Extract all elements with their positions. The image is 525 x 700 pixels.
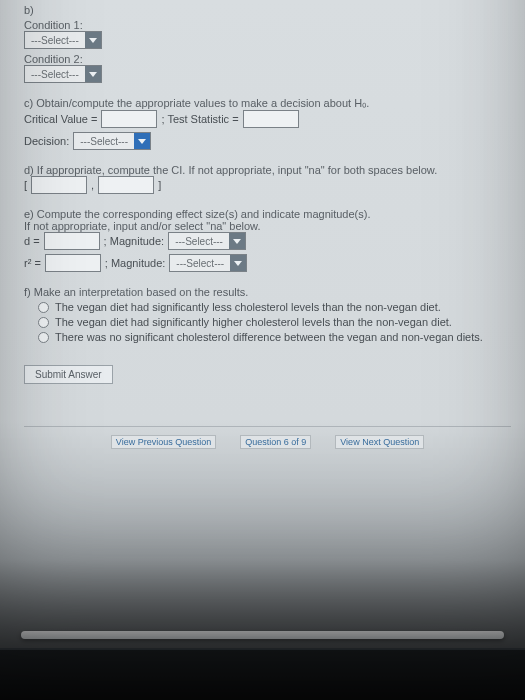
magnitude-label-2: ; Magnitude:: [105, 257, 166, 269]
submit-button[interactable]: Submit Answer: [24, 365, 113, 384]
part-e-sub: If not appropriate, input and/or select …: [24, 220, 511, 232]
comma: ,: [91, 179, 94, 191]
part-b-label: b): [24, 4, 511, 16]
condition1-select[interactable]: ---Select---: [24, 31, 102, 49]
part-c-prompt: c) Obtain/compute the appropriate values…: [24, 97, 511, 110]
ci-lower-input[interactable]: [31, 176, 87, 194]
chevron-down-icon: [134, 133, 150, 149]
radio-icon: [38, 317, 49, 328]
condition2-select-value: ---Select---: [25, 66, 85, 82]
interp-option-3[interactable]: There was no significant cholesterol dif…: [38, 331, 511, 343]
part-b: b) Condition 1: ---Select--- Condition 2…: [24, 4, 511, 83]
part-e-prompt: e) Compute the corresponding effect size…: [24, 208, 511, 220]
decision-label: Decision:: [24, 135, 69, 147]
r2-label: r² =: [24, 257, 41, 269]
next-question-button[interactable]: View Next Question: [335, 435, 424, 449]
part-f-prompt: f) Make an interpretation based on the r…: [24, 286, 511, 298]
test-statistic-label: ; Test Statistic =: [161, 113, 238, 125]
magnitude-label-1: ; Magnitude:: [104, 235, 165, 247]
question-nav: View Previous Question Question 6 of 9 V…: [24, 426, 511, 449]
question-position: Question 6 of 9: [240, 435, 311, 449]
radio-icon: [38, 332, 49, 343]
prev-question-button[interactable]: View Previous Question: [111, 435, 216, 449]
quiz-form: b) Condition 1: ---Select--- Condition 2…: [0, 0, 525, 459]
test-statistic-input[interactable]: [243, 110, 299, 128]
condition2-select[interactable]: ---Select---: [24, 65, 102, 83]
chevron-down-icon: [85, 66, 101, 82]
chevron-down-icon: [85, 32, 101, 48]
critical-value-input[interactable]: [101, 110, 157, 128]
d-magnitude-value: ---Select---: [169, 233, 229, 249]
bracket-close: ]: [158, 179, 161, 191]
decision-select-value: ---Select---: [74, 133, 134, 149]
interp-option-1-label: The vegan diet had significantly less ch…: [55, 301, 441, 313]
interp-option-3-label: There was no significant cholesterol dif…: [55, 331, 483, 343]
decision-select[interactable]: ---Select---: [73, 132, 151, 150]
d-magnitude-select[interactable]: ---Select---: [168, 232, 246, 250]
chevron-down-icon: [229, 233, 245, 249]
chevron-down-icon: [230, 255, 246, 271]
interp-option-2-label: The vegan diet had significantly higher …: [55, 316, 452, 328]
radio-icon: [38, 302, 49, 313]
d-label: d =: [24, 235, 40, 247]
r2-magnitude-value: ---Select---: [170, 255, 230, 271]
d-input[interactable]: [44, 232, 100, 250]
part-e: e) Compute the corresponding effect size…: [24, 208, 511, 272]
r2-magnitude-select[interactable]: ---Select---: [169, 254, 247, 272]
condition1-select-value: ---Select---: [25, 32, 85, 48]
part-d: d) If appropriate, compute the CI. If no…: [24, 164, 511, 194]
critical-value-label: Critical Value =: [24, 113, 97, 125]
part-d-prompt: d) If appropriate, compute the CI. If no…: [24, 164, 511, 176]
part-f: f) Make an interpretation based on the r…: [24, 286, 511, 343]
interp-option-1[interactable]: The vegan diet had significantly less ch…: [38, 301, 511, 313]
condition2-label: Condition 2:: [24, 53, 511, 65]
part-c: c) Obtain/compute the appropriate values…: [24, 97, 511, 150]
stylus-overlay: [0, 628, 525, 642]
r2-input[interactable]: [45, 254, 101, 272]
bracket-open: [: [24, 179, 27, 191]
condition1-label: Condition 1:: [24, 19, 511, 31]
device-bezel: [0, 648, 525, 700]
interp-option-2[interactable]: The vegan diet had significantly higher …: [38, 316, 511, 328]
ci-upper-input[interactable]: [98, 176, 154, 194]
